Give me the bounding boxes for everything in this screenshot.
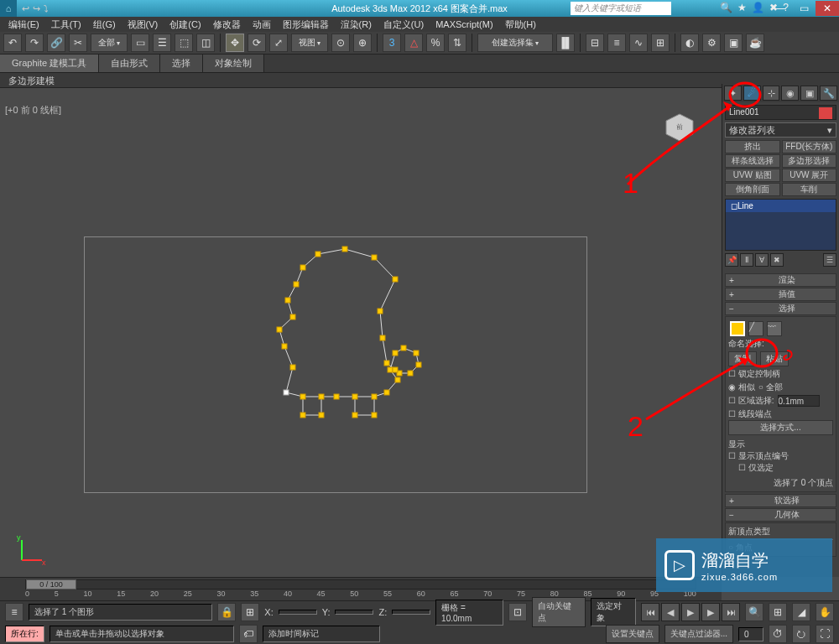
menu-customize[interactable]: 自定义(U) — [378, 18, 429, 32]
remove-mod-icon[interactable]: ✖ — [770, 253, 784, 267]
object-name-field[interactable]: Line001 — [725, 105, 836, 120]
all-radio[interactable]: 全部 — [758, 382, 783, 393]
help-search[interactable]: 键入关键字或短语 — [571, 2, 671, 15]
spline-subobj-icon[interactable]: 〰 — [767, 321, 782, 336]
lock-handles-checkbox[interactable]: 锁定控制柄 — [728, 368, 833, 380]
unique-icon[interactable]: ∀ — [755, 253, 769, 267]
close-button[interactable]: ✕ — [816, 1, 839, 16]
mirror-icon[interactable]: ▐▌ — [556, 34, 575, 52]
menu-maxscript[interactable]: MAXScript(M) — [430, 18, 498, 30]
rollout-render[interactable]: +渲染 — [725, 273, 836, 287]
infocenter-icon[interactable]: 🔍 — [720, 2, 732, 13]
goto-end-icon[interactable]: ⏭ — [722, 603, 740, 621]
qat-icon[interactable]: ⤵ — [44, 3, 49, 14]
rollout-selection[interactable]: −选择 — [725, 302, 836, 315]
menu-help[interactable]: 帮助(H) — [500, 18, 541, 32]
next-frame-icon[interactable]: ▶ — [701, 603, 720, 621]
current-frame-field[interactable]: 0 — [738, 627, 763, 641]
spinner-snap-icon[interactable]: ⇅ — [448, 34, 466, 52]
modifier-list-dropdown[interactable]: 修改器列表 — [725, 122, 836, 138]
menu-views[interactable]: 视图(V) — [122, 18, 164, 32]
x-field[interactable] — [279, 610, 317, 615]
selection-filter[interactable]: 全部 — [91, 34, 128, 52]
y-field[interactable] — [335, 610, 373, 615]
signin-icon[interactable]: 👤 — [752, 2, 764, 13]
display-tab-icon[interactable]: ▣ — [800, 86, 818, 101]
select-name-icon[interactable]: ☰ — [153, 34, 171, 52]
select-rotate-icon[interactable]: ⟳ — [248, 34, 266, 52]
similar-radio[interactable]: 相似 — [728, 382, 755, 393]
rollout-softsel[interactable]: +软选择 — [725, 494, 836, 507]
spline-object[interactable] — [85, 237, 588, 494]
goto-start-icon[interactable]: ⏮ — [641, 603, 659, 621]
isolate-icon[interactable]: ⊡ — [508, 603, 527, 621]
nav-pan-icon[interactable]: ✋ — [816, 603, 834, 621]
window-crossing-icon[interactable]: ◫ — [196, 34, 215, 52]
select-region-icon[interactable]: ⬚ — [175, 34, 193, 52]
ribbon-tab-selection[interactable]: 选择 — [160, 55, 203, 72]
layers-icon[interactable]: ≡ — [607, 34, 626, 52]
z-field[interactable] — [392, 610, 430, 615]
add-time-tag[interactable]: 添加时间标记 — [263, 626, 380, 642]
play-icon[interactable]: ▶ — [681, 603, 700, 621]
snap-toggle-icon[interactable]: 3 — [383, 34, 401, 52]
segment-subobj-icon[interactable]: ╱ — [748, 321, 763, 336]
stack-item-line[interactable]: Line — [726, 200, 836, 212]
utilities-tab-icon[interactable]: 🔧 — [820, 86, 837, 101]
absolute-mode-icon[interactable]: ⊞ — [241, 603, 259, 621]
angle-snap-icon[interactable]: △ — [404, 34, 423, 52]
keymode-dropdown[interactable]: 选定对象 — [591, 598, 636, 626]
select-by-button[interactable]: 选择方式... — [728, 420, 833, 435]
curve-editor-icon[interactable]: ∿ — [629, 34, 648, 52]
ribbon-panel-label[interactable]: 多边形建模 — [0, 73, 839, 88]
mod-btn[interactable]: 多边形选择 — [782, 154, 837, 168]
app-logo[interactable]: ⌂ — [0, 0, 17, 17]
show-end-icon[interactable]: Ⅱ — [740, 253, 753, 267]
configure-sets-icon[interactable]: ☰ — [823, 253, 836, 267]
link-icon[interactable]: 🔗 — [47, 34, 65, 52]
mod-btn[interactable]: UVW 展开 — [782, 169, 837, 182]
ribbon-tab-freeform[interactable]: 自由形式 — [99, 55, 160, 72]
manipulate-icon[interactable]: ⊕ — [353, 34, 372, 52]
mod-btn[interactable]: FFD(长方体) — [782, 140, 837, 153]
viewport-label[interactable]: [+0 前 0 线框] — [5, 104, 61, 117]
time-config-icon[interactable]: ⏱ — [769, 625, 787, 643]
paste-button[interactable]: 粘贴 — [760, 351, 789, 366]
setkey-button[interactable]: 设置关键点 — [606, 625, 659, 643]
mod-btn[interactable]: 车削 — [782, 183, 837, 196]
mod-btn[interactable]: UVW 贴图 — [725, 169, 780, 182]
material-editor-icon[interactable]: ◐ — [680, 34, 699, 52]
keyfilters-button[interactable]: 关键点过滤器... — [664, 625, 733, 643]
ribbon-tab-objectpaint[interactable]: 对象绘制 — [203, 55, 264, 72]
menu-animation[interactable]: 动画 — [248, 18, 276, 32]
object-color-swatch[interactable] — [819, 107, 832, 119]
segment-end-checkbox[interactable]: 线段端点 — [728, 408, 833, 420]
rollout-interp[interactable]: +插值 — [725, 288, 836, 301]
viewcube[interactable]: 前 — [663, 111, 696, 144]
select-icon[interactable]: ▭ — [131, 34, 149, 52]
modifier-stack[interactable]: Line — [725, 199, 836, 251]
pivot-icon[interactable]: ⊙ — [331, 34, 350, 52]
pin-stack-icon[interactable]: 📌 — [725, 253, 738, 267]
create-tab-icon[interactable]: ✦ — [724, 86, 742, 101]
exchange-icon[interactable]: ✖ — [769, 2, 778, 13]
autokey-button[interactable]: 自动关键点 — [532, 597, 586, 627]
menu-modifiers[interactable]: 修改器 — [208, 18, 246, 32]
vertex-subobj-icon[interactable] — [730, 321, 745, 336]
select-scale-icon[interactable]: ⤢ — [269, 34, 288, 52]
lock-selection-icon[interactable]: 🔒 — [217, 603, 236, 621]
select-move-icon[interactable]: ✥ — [226, 34, 244, 52]
menu-tools[interactable]: 工具(T) — [46, 18, 86, 32]
nav-zoomall-icon[interactable]: ⊞ — [769, 603, 787, 621]
area-select-checkbox[interactable]: 区域选择: — [728, 395, 774, 407]
menu-create[interactable]: 创建(C) — [164, 18, 206, 32]
menu-grapheditors[interactable]: 图形编辑器 — [278, 18, 334, 32]
maximize-button[interactable]: ▭ — [792, 1, 816, 16]
rendered-frame-icon[interactable]: ▣ — [724, 34, 743, 52]
qat-icon[interactable]: ↪ — [33, 3, 40, 14]
named-selection-sets[interactable]: 创建选择集 — [477, 34, 553, 52]
mod-btn[interactable]: 倒角剖面 — [725, 183, 780, 196]
motion-tab-icon[interactable]: ◉ — [781, 86, 799, 101]
help-icon[interactable]: ? — [783, 2, 789, 13]
star-icon[interactable]: ★ — [737, 2, 747, 13]
